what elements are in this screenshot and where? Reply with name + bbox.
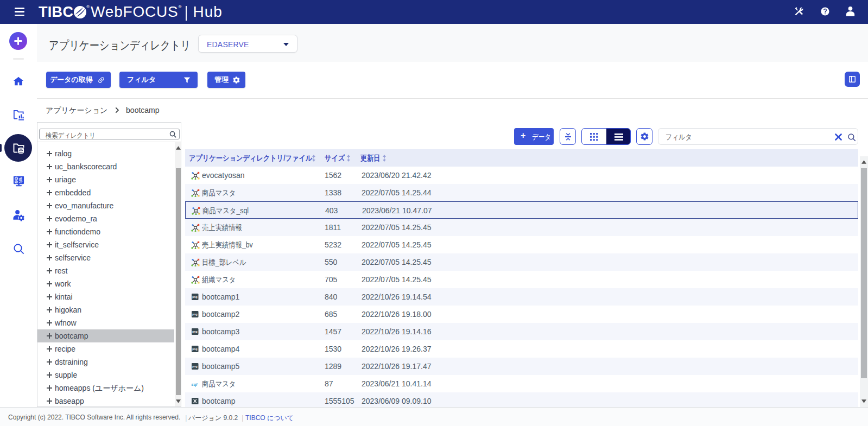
svg-text:sql: sql: [192, 382, 198, 387]
svg-text:png: png: [192, 295, 197, 298]
svg-text:png: png: [192, 313, 197, 316]
svg-text:png: png: [192, 330, 197, 333]
svg-text:png: png: [192, 365, 197, 368]
svg-text:png: png: [192, 347, 197, 351]
